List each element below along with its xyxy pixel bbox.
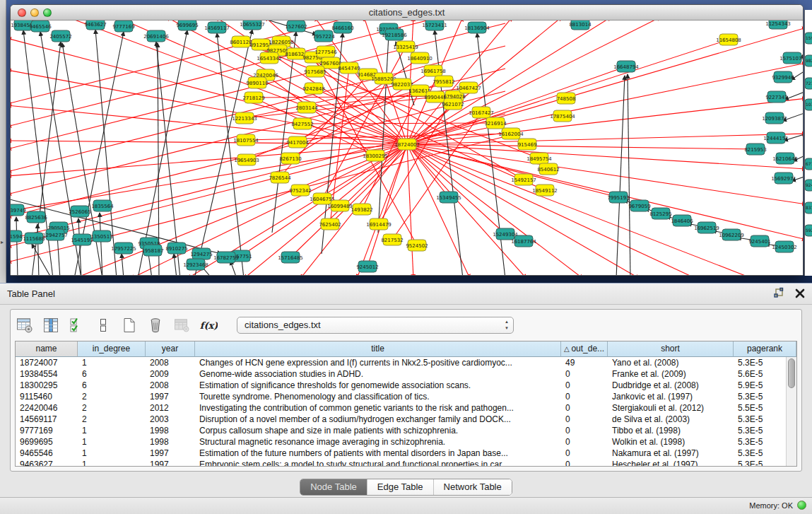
- network-node[interactable]: 18107554: [233, 134, 259, 146]
- new-column-icon[interactable]: [119, 315, 139, 335]
- network-node[interactable]: 10962209: [719, 229, 744, 240]
- network-node[interactable]: 18495754: [526, 153, 552, 164]
- network-node[interactable]: 1115688: [23, 233, 45, 244]
- network-canvas[interactable]: 1872400718300295860112889129541822605898…: [11, 21, 803, 275]
- column-header-out_degree[interactable]: △ out_de...: [561, 341, 608, 357]
- network-node[interactable]: 2405572: [49, 30, 71, 42]
- network-node[interactable]: 8217532: [381, 234, 403, 245]
- table-scrollbar-thumb[interactable]: [788, 358, 795, 388]
- citation-edge-black[interactable]: [32, 244, 52, 275]
- network-node[interactable]: 677: [805, 158, 812, 170]
- table-row[interactable]: 946554611997Estimation of the future num…: [16, 448, 796, 459]
- citation-edge-black[interactable]: [16, 217, 18, 275]
- column-header-in_degree[interactable]: in_degree: [78, 341, 146, 357]
- column-header-pagerank[interactable]: pagerank: [734, 341, 796, 357]
- network-node[interactable]: 1846406: [671, 215, 693, 226]
- memory-status-indicator[interactable]: [797, 501, 806, 510]
- network-node[interactable]: 16162004: [498, 128, 524, 139]
- import-table-icon[interactable]: [172, 315, 192, 335]
- network-node[interactable]: 10167427: [469, 107, 494, 118]
- network-node[interactable]: 9524502: [406, 240, 428, 251]
- select-columns-icon[interactable]: [67, 315, 87, 335]
- network-node[interactable]: 7995193: [607, 192, 629, 203]
- citation-edge-red[interactable]: [407, 144, 640, 275]
- network-node[interactable]: 15492157: [511, 174, 536, 185]
- network-node[interactable]: 9175685: [304, 66, 326, 77]
- network-node[interactable]: 11654808: [716, 34, 741, 45]
- network-node[interactable]: 18136904: [464, 22, 490, 33]
- network-node[interactable]: 12093872: [762, 112, 787, 124]
- network-node[interactable]: 16914479: [366, 218, 392, 230]
- network-node[interactable]: 9463627: [84, 21, 106, 30]
- network-node[interactable]: 9890110: [246, 77, 268, 88]
- citation-edge-black[interactable]: [122, 254, 124, 275]
- network-node[interactable]: 1039749: [11, 204, 26, 216]
- table-row[interactable]: 1456911722003Disruption of a novel membe…: [16, 414, 796, 425]
- network-node[interactable]: 18300295: [363, 150, 388, 161]
- citation-edge-red[interactable]: [407, 144, 803, 240]
- network-node[interactable]: 1493822: [351, 204, 372, 215]
- network-node[interactable]: 7955812: [433, 76, 454, 87]
- show-columns-icon[interactable]: [41, 315, 61, 335]
- network-node[interactable]: 8466160: [331, 22, 353, 33]
- table-row[interactable]: 946362711997Embryonic stem cells: a mode…: [16, 459, 796, 466]
- network-node[interactable]: 16210643: [772, 153, 798, 164]
- network-node[interactable]: 16782759: [213, 252, 239, 263]
- citation-edge-red[interactable]: [407, 134, 803, 144]
- network-node[interactable]: 13325419: [393, 41, 418, 52]
- network-node[interactable]: 1294275: [190, 248, 212, 259]
- network-node[interactable]: 7826544: [269, 172, 291, 183]
- table-row[interactable]: 1830029562008Estimation of significance …: [16, 380, 796, 391]
- network-node[interactable]: 19218586: [382, 29, 407, 40]
- table-scrollbar[interactable]: [786, 357, 796, 466]
- secondary-network-window-sliver[interactable]: 159982721103677924831592: [804, 10, 812, 276]
- network-node[interactable]: 8601128: [230, 36, 252, 47]
- network-node[interactable]: 17957225: [111, 243, 136, 254]
- network-node[interactable]: 1527602: [285, 21, 307, 32]
- network-node[interactable]: 12213343: [232, 112, 257, 124]
- network-node[interactable]: 2526065: [69, 206, 90, 217]
- network-node[interactable]: 12444151: [763, 132, 789, 144]
- network-node[interactable]: 7625402: [319, 218, 341, 230]
- network-node[interactable]: 8125295: [649, 208, 671, 219]
- row-height-icon[interactable]: [93, 315, 113, 335]
- network-node[interactable]: 7957224: [312, 30, 335, 42]
- window-titlebar[interactable]: citations_edges.txt: [11, 5, 803, 21]
- citation-edge-red[interactable]: [407, 144, 803, 204]
- network-node[interactable]: 15692971: [771, 173, 796, 184]
- citation-edge-red[interactable]: [407, 144, 803, 169]
- left-panel-strip[interactable]: ▸: [0, 0, 6, 283]
- network-node[interactable]: 9417004: [286, 136, 309, 148]
- table-row[interactable]: 911546021997Tourette syndrome. Phenomeno…: [16, 391, 796, 402]
- tab-network-table[interactable]: Network Table: [434, 479, 512, 495]
- network-node[interactable]: 721: [805, 78, 812, 89]
- network-node[interactable]: 16187764: [511, 235, 536, 247]
- network-node[interactable]: 18724007: [394, 139, 420, 150]
- network-node[interactable]: 8427552: [291, 118, 313, 129]
- network-node[interactable]: 9329946: [772, 71, 794, 83]
- table-row[interactable]: 1872400712008Changes of HCN gene express…: [16, 357, 796, 368]
- network-node[interactable]: 9465546: [29, 21, 52, 32]
- network-node[interactable]: 15751074: [779, 52, 803, 64]
- network-node[interactable]: 16099489: [327, 200, 353, 211]
- network-node[interactable]: 9621072: [442, 98, 464, 110]
- network-node[interactable]: 16962519: [694, 222, 719, 233]
- network-node[interactable]: 11254343: [765, 21, 791, 29]
- network-node[interactable]: 16961758: [420, 65, 446, 76]
- network-node[interactable]: 9752342: [289, 185, 311, 196]
- network-node[interactable]: 14569117: [204, 22, 230, 33]
- network-node[interactable]: 12942757: [42, 229, 68, 240]
- network-node[interactable]: 1350513: [90, 230, 112, 242]
- network-node[interactable]: 17875404: [550, 110, 575, 122]
- column-header-title[interactable]: title: [195, 341, 561, 357]
- network-node[interactable]: 3216914: [484, 117, 507, 129]
- network-node[interactable]: 8215953: [744, 144, 766, 155]
- network-node[interactable]: 18640910: [407, 52, 433, 64]
- network-node[interactable]: 9699695: [176, 21, 198, 30]
- citation-edge-red[interactable]: [407, 144, 618, 197]
- citation-edge-black[interactable]: [194, 30, 252, 275]
- network-node[interactable]: 15723411: [422, 21, 447, 30]
- network-node[interactable]: 982: [805, 55, 812, 66]
- network-node[interactable]: 2718129: [242, 92, 264, 103]
- network-node[interactable]: 831: [805, 202, 812, 214]
